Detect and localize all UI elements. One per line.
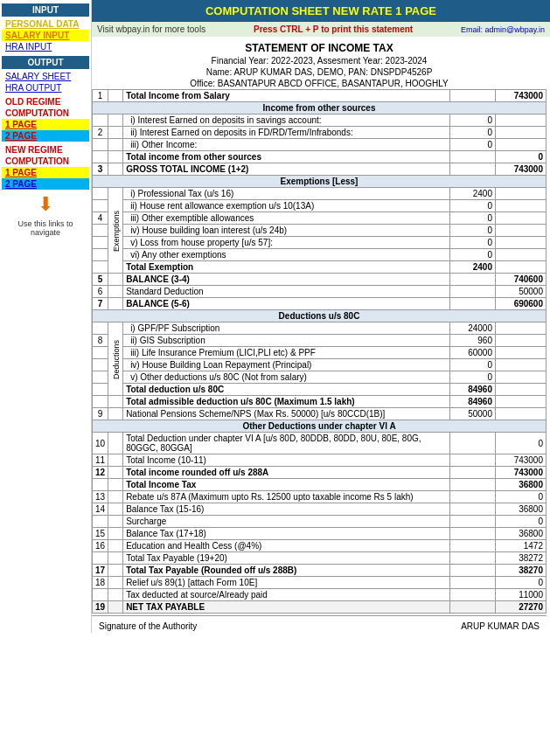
row-desc: i) Professional Tax (u/s 16) (123, 188, 450, 200)
row-total (496, 200, 547, 212)
row-desc: Total Income (10-11) (123, 454, 450, 467)
row-val (450, 516, 496, 528)
row-rot (108, 589, 123, 601)
sidebar-hra-input[interactable]: HRA INPUT (2, 41, 89, 52)
row-total: 50000 (496, 286, 547, 298)
row-val (450, 552, 496, 565)
sidebar-new-page1[interactable]: 1 PAGE (2, 167, 89, 178)
sidebar-new-page2[interactable]: 2 PAGE (2, 178, 89, 190)
sidebar-hra-output[interactable]: HRA OUTPUT (2, 82, 89, 94)
table-row: Total income from other sources 0 (93, 151, 547, 163)
row-total (496, 188, 547, 200)
row-val (450, 577, 496, 589)
row-total: 11000 (496, 589, 547, 601)
row-total: 690600 (496, 298, 547, 310)
sidebar-input-label: INPUT (2, 3, 89, 17)
row-rot (108, 601, 123, 614)
row-total: 27270 (496, 601, 547, 614)
row-desc: National Pensions Scheme/NPS (Max Rs. 50… (123, 408, 450, 420)
row-desc: ii) Interest Earned on deposits in FD/RD… (123, 127, 450, 139)
row-desc: BALANCE (5-6) (123, 298, 450, 310)
row-sn (93, 589, 108, 601)
sidebar-old-page2[interactable]: 2 PAGE (2, 130, 89, 142)
row-rot (108, 516, 123, 528)
sidebar-personal-data[interactable]: PERSONAL DATA (2, 18, 89, 30)
info-ctrl: Press CTRL + P to print this statement (254, 24, 413, 34)
row-total: 0 (496, 577, 547, 589)
row-val: 0 (450, 200, 496, 212)
row-total (496, 323, 547, 335)
row-val (450, 540, 496, 552)
row-sn (93, 114, 108, 127)
arrow-icon: ⬇ (2, 193, 89, 216)
table-row: 11 Total Income (10-11) 743000 (93, 454, 547, 467)
row-rot (108, 491, 123, 503)
row-sn (93, 323, 108, 335)
row-sn (93, 225, 108, 237)
row-total: 743000 (496, 467, 547, 479)
table-row: 12 Total income rounded off u/s 288A 743… (93, 467, 547, 479)
row-sn (93, 200, 108, 212)
row-total (496, 408, 547, 420)
row-total: 38270 (496, 565, 547, 577)
statement-fy: Financial Year: 2022-2023, Assesment Yea… (92, 55, 547, 66)
row-desc: Total deduction u/s 80C (123, 384, 450, 396)
row-desc: Total Tax Payable (19+20) (123, 552, 450, 565)
row-total: 0 (496, 433, 547, 454)
row-val: 0 (450, 139, 496, 151)
table-row: 16 Education and Health Cess (@4%) 1472 (93, 540, 547, 552)
row-sn (93, 347, 108, 359)
table-row: 1 Total Income from Salary 743000 (93, 90, 547, 102)
statement-name: Name: ARUP KUMAR DAS, DEMO, PAN: DNSPDP4… (92, 66, 547, 78)
info-visit: Visit wbpay.in for more tools (97, 24, 205, 34)
row-desc: iv) House Building Loan Repayment (Princ… (123, 359, 450, 371)
row-val: 0 (450, 371, 496, 384)
table-row: 4 iii) Other exemptible allowances 0 (93, 212, 547, 225)
table-row: 5 BALANCE (3-4) 740600 (93, 274, 547, 286)
table-row: 2 ii) Interest Earned on deposits in FD/… (93, 127, 547, 139)
row-sn (93, 552, 108, 565)
table-row: Total Tax Payable (19+20) 38272 (93, 552, 547, 565)
info-bar: Visit wbpay.in for more tools Press CTRL… (92, 22, 550, 37)
row-val (450, 433, 496, 454)
signature-row: Signature of the Authority ARUP KUMAR DA… (92, 615, 547, 633)
row-desc: iii) Other exemptible allowances (123, 212, 450, 225)
row-rot (108, 479, 123, 491)
row-total: 36800 (496, 503, 547, 516)
row-total (496, 237, 547, 249)
row-val (450, 274, 496, 286)
row-sn: 10 (93, 433, 108, 454)
row-sn: 18 (93, 577, 108, 589)
sidebar-computation: COMPUTATION (2, 108, 89, 119)
sidebar-old-page1[interactable]: 1 PAGE (2, 119, 89, 130)
row-val: 0 (450, 212, 496, 225)
row-sn (93, 261, 108, 274)
row-desc: Total income rounded off u/s 288A (123, 467, 450, 479)
row-total (496, 139, 547, 151)
row-total: 1472 (496, 540, 547, 552)
table-row: iv) House Building Loan Repayment (Princ… (93, 359, 547, 371)
row-val (450, 286, 496, 298)
row-val: 0 (450, 359, 496, 371)
row-rot (108, 163, 123, 176)
row-sn: 19 (93, 601, 108, 614)
row-desc: Total Income Tax (123, 479, 450, 491)
sidebar-computation2: COMPUTATION (2, 156, 89, 167)
row-val (450, 163, 496, 176)
row-desc: NET TAX PAYABLE (123, 601, 450, 614)
table-row: Total Exemption 2400 (93, 261, 547, 274)
table-row: 10 Total Deduction under chapter VI A [u… (93, 433, 547, 454)
row-val: 960 (450, 335, 496, 347)
row-sn (93, 384, 108, 396)
sidebar-salary-input[interactable]: SALARY INPUT (2, 30, 89, 41)
use-links-text: Use this links to navigate (2, 218, 89, 239)
sidebar: INPUT PERSONAL DATA SALARY INPUT HRA INP… (0, 0, 92, 633)
sidebar-salary-sheet[interactable]: SALARY SHEET (2, 71, 89, 82)
table-row: Surcharge 0 (93, 516, 547, 528)
row-total: 0 (496, 491, 547, 503)
row-rot (108, 127, 123, 139)
table-row: ii) House rent allowance exemption u/s 1… (93, 200, 547, 212)
row-val (450, 565, 496, 577)
signature-label: Signature of the Authority (99, 621, 197, 631)
row-sn (93, 188, 108, 200)
